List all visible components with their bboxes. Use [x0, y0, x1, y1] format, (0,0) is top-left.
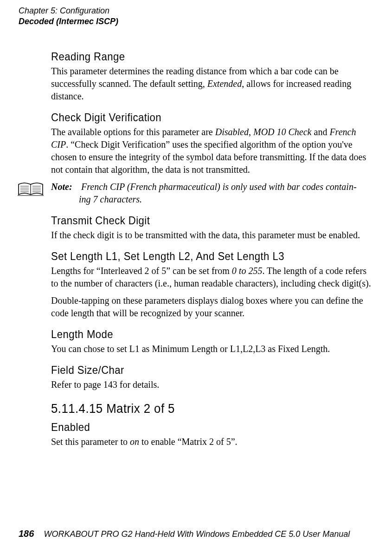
em-mod10: MOD 10 Check — [253, 127, 312, 137]
para-length-mode: You can chose to set L1 as Minimum Lengt… — [51, 343, 373, 355]
para-enabled: Set this parameter to on to enable “Matr… — [51, 436, 373, 448]
para-set-length-2: Double-tapping on these parameters displ… — [51, 294, 373, 319]
text: The available options for this parameter… — [51, 127, 215, 137]
text: Set this parameter to — [51, 437, 130, 447]
header-chapter: Chapter 5: Configuration — [19, 6, 118, 16]
note-line1: French CIP (French pharmaceutical) is on… — [81, 182, 357, 192]
text: Lengths for “Interleaved 2 of 5” can be … — [51, 266, 232, 276]
content-area: Reading Range This parameter determines … — [51, 42, 373, 453]
note-label: Note: — [51, 181, 79, 193]
heading-field-size: Field Size/Char — [51, 364, 347, 377]
em-extended: Extended — [207, 78, 242, 89]
heading-enabled: Enabled — [51, 421, 347, 434]
heading-check-digit: Check Digit Verification — [51, 111, 347, 124]
running-header: Chapter 5: Configuration Decoded (Interm… — [19, 6, 118, 26]
page: Chapter 5: Configuration Decoded (Interm… — [0, 0, 392, 554]
para-set-length-1: Lengths for “Interleaved 2 of 5” can be … — [51, 265, 373, 290]
text: and — [312, 127, 330, 137]
note-block: Note: French CIP (French pharmaceutical)… — [51, 181, 373, 206]
para-field-size: Refer to page 143 for details. — [51, 378, 373, 391]
heading-matrix-2-of-5: 5.11.4.15 Matrix 2 of 5 — [51, 401, 347, 416]
page-number: 186 — [19, 528, 34, 539]
heading-length-mode: Length Mode — [51, 328, 347, 341]
para-reading-range: This parameter determines the reading di… — [51, 65, 373, 103]
em-on: on — [130, 437, 139, 447]
running-footer: 186 WORKABOUT PRO G2 Hand-Held With Wind… — [19, 528, 373, 539]
book-icon — [17, 181, 45, 198]
para-check-digit: The available options for this parameter… — [51, 126, 373, 176]
text: . “Check Digit Verification” uses the sp… — [51, 139, 366, 175]
note-text: Note: French CIP (French pharmaceutical)… — [51, 181, 373, 206]
text: , — [249, 127, 253, 137]
heading-transmit-check-digit: Transmit Check Digit — [51, 214, 347, 227]
note-line2: ing 7 characters. — [79, 193, 373, 206]
footer-title: WORKABOUT PRO G2 Hand-Held With Windows … — [44, 529, 350, 539]
header-subtitle: Decoded (Intermec ISCP) — [19, 16, 118, 27]
para-transmit: If the check digit is to be transmitted … — [51, 229, 373, 241]
em-disabled: Disabled — [215, 127, 249, 137]
heading-set-length: Set Length L1, Set Length L2, And Set Le… — [51, 250, 347, 263]
text: to enable “Matrix 2 of 5”. — [139, 437, 238, 447]
heading-reading-range: Reading Range — [51, 50, 347, 63]
em-range: 0 to 255 — [232, 266, 263, 276]
